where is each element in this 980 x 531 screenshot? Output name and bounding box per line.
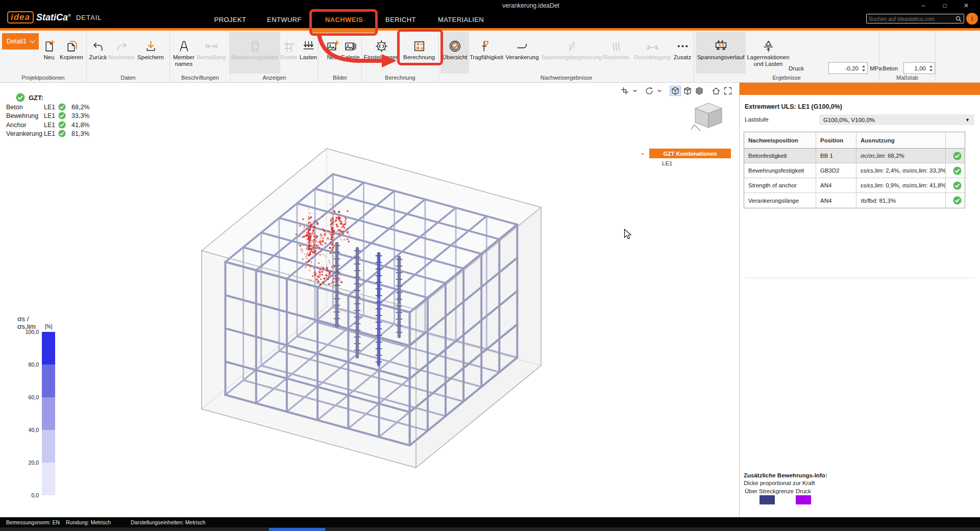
ribbon-button-spannungsverlauf[interactable]: Spannungsverlauf [696, 32, 746, 74]
idea-logo: idea [7, 11, 34, 23]
status-badge [946, 193, 965, 208]
ribbon-button-neu[interactable]: Neu [37, 32, 61, 74]
fullscreen-icon[interactable] [723, 86, 733, 96]
ribbon-group-label: Projektpositionen [0, 75, 86, 81]
navigation-cube[interactable] [690, 100, 727, 133]
table-header: Position [816, 132, 856, 148]
ribbon-button-label: Zurück [89, 54, 107, 61]
shaded-cube-icon[interactable] [682, 86, 693, 96]
ribbon-button-berechnung[interactable]: Berechnung [399, 32, 439, 74]
scale-tick: 100,0 [16, 329, 39, 335]
spannungsverlauf-icon [714, 32, 728, 54]
wireframe-cube-icon[interactable] [670, 86, 681, 96]
summary-row-case: LE1 [44, 130, 55, 137]
druck-value: -0,20 [829, 65, 861, 71]
project-selector-detail1[interactable]: Detail1 [2, 33, 39, 50]
combo-group-label[interactable]: GZT Kombinationen [649, 149, 731, 158]
ribbon-button-uebersicht[interactable]: Übersicht [440, 32, 469, 74]
table-row[interactable]: BetonfestigkeitBB 1σc/σc,lim: 68,2% [744, 149, 965, 163]
table-cell: GB3D2 [816, 163, 856, 178]
tab-nachweis[interactable]: NACHWEIS [322, 14, 366, 25]
ribbon-button-speichern[interactable]: Speichern [139, 32, 162, 74]
status-badge [946, 149, 965, 163]
druck-spinner[interactable]: -0,20 [828, 62, 868, 74]
ribbon-button-label: Einstellungen [363, 54, 399, 61]
ribbon-button-label: Spannungsverlauf [697, 54, 745, 61]
laststufe-label: Laststufe [745, 116, 769, 123]
spinner-arrows[interactable] [861, 65, 867, 71]
beton-spinner[interactable]: 1,00 [903, 62, 935, 74]
accent-line [0, 28, 980, 31]
table-header-row: NachweispositionPositionAusnutzung [744, 132, 965, 149]
search-box[interactable] [866, 14, 964, 23]
ribbon-button-lagerreaktionen-und-lasten[interactable]: Lagerreaktionen und Lasten [745, 32, 791, 74]
ribbon-button-lasten[interactable]: Lasten [297, 32, 320, 74]
verankerung-icon [516, 32, 529, 54]
speichern-icon [144, 32, 158, 54]
ribbon-button-zusatz[interactable]: Zusatz [671, 32, 694, 74]
ribbon-group-label: Ergebnisse [694, 75, 879, 81]
laststufe-dropdown[interactable]: G100,0%, V100,0% ▼ [819, 114, 974, 125]
ribbon-button-verankerung[interactable]: Verankerung [503, 32, 542, 74]
orbit-dropdown-chevron-icon[interactable] [656, 86, 663, 96]
status-item: Bemessungsnorm: EN [6, 519, 60, 525]
dropdown-arrow-icon: ▼ [965, 117, 974, 123]
summary-title: GZT: [29, 94, 43, 102]
scale-band [42, 430, 55, 463]
window-title: verankerung.ideaDet [439, 2, 623, 9]
table-cell: σc/σc,lim: 68,2% [856, 149, 946, 163]
search-input[interactable] [867, 16, 955, 22]
check-icon [58, 130, 66, 137]
ribbon-group-label: Daten [87, 75, 169, 81]
results-panel: Extremwert ULS: LE1 (G100,0%) Laststufe … [739, 83, 980, 517]
bemassung-icon [205, 32, 218, 54]
ribbon-button-label: Lasten [300, 54, 317, 61]
ribbon-button-einstellungen[interactable]: Einstellungen [360, 32, 402, 74]
table-row[interactable]: Strength of anchorAN4εs/εs,lim: 0,9%, σs… [744, 178, 965, 193]
ribbon-button-kopieren[interactable]: Kopieren [60, 32, 83, 74]
ribbon-group-6: NachweisergebnisseÜbersichtTragfähigkeit… [439, 31, 694, 82]
table-row[interactable]: VerankerungslängeAN4τb/fbd: 81,3% [744, 193, 965, 208]
tragfaehigkeit-icon [480, 32, 494, 54]
orbit-icon[interactable] [644, 86, 654, 96]
info-icon[interactable]: i [966, 13, 978, 25]
solid-cube-icon[interactable] [694, 86, 704, 96]
crop-dropdown-chevron-icon[interactable] [631, 86, 639, 96]
scale-band [42, 463, 55, 495]
status-badge [946, 163, 965, 178]
ribbon-button-label: Übersicht [443, 54, 468, 61]
ribbon-button-zurueck[interactable]: Zurück [86, 32, 110, 74]
ribbon-button-label: Tragfähigkeit [470, 54, 503, 61]
scale-tick: 20,0 [16, 460, 39, 466]
ribbon-button-galerie[interactable]: Galerie [338, 32, 362, 74]
beton-value: 1,00 [904, 65, 928, 71]
summary-row-value: 41,8% [71, 122, 89, 129]
home-icon[interactable] [711, 86, 721, 96]
status-badge [946, 178, 965, 192]
chevron-down-icon[interactable]: ⌄ [640, 149, 645, 156]
maximize-button[interactable]: □ [934, 0, 955, 11]
check-icon [953, 152, 962, 160]
tab-entwurf[interactable]: ENTWURF [264, 14, 305, 25]
check-icon [16, 93, 25, 102]
check-icon [58, 112, 66, 119]
minimize-button[interactable]: – [913, 0, 934, 11]
close-button[interactable]: ✕ [955, 0, 977, 11]
rebar-model-3d[interactable] [0, 83, 739, 517]
table-cell: τb/fbd: 81,3% [856, 193, 946, 208]
tab-materialien[interactable]: MATERIALIEN [435, 14, 487, 25]
viewport-3d[interactable]: GZT: BetonLE168,2%BewehrungLE133,3%Ancho… [0, 83, 739, 517]
ribbon-button-tragfaehigkeit[interactable]: Tragfähigkeit [466, 32, 507, 74]
combo-item-le1[interactable]: LE1 [662, 160, 672, 166]
ribbon-button-spannungsbegrenzung: Spannungsbegrenzung [541, 32, 602, 74]
summary-row-name: Beton [6, 104, 23, 111]
table-row[interactable]: BewehrungsfestigkeitGB3D2εs/εs,lim: 2,4%… [744, 163, 965, 178]
ribbon-button-member-names[interactable]: Member names [168, 32, 199, 74]
spinner-arrows[interactable] [928, 65, 935, 71]
scale-band [42, 365, 55, 397]
panel-divider [745, 278, 974, 278]
einstellungen-icon [375, 32, 388, 54]
section-crop-icon[interactable] [620, 86, 630, 96]
tab-projekt[interactable]: PROJEKT [211, 14, 250, 25]
tab-bericht[interactable]: BERICHT [382, 14, 419, 25]
